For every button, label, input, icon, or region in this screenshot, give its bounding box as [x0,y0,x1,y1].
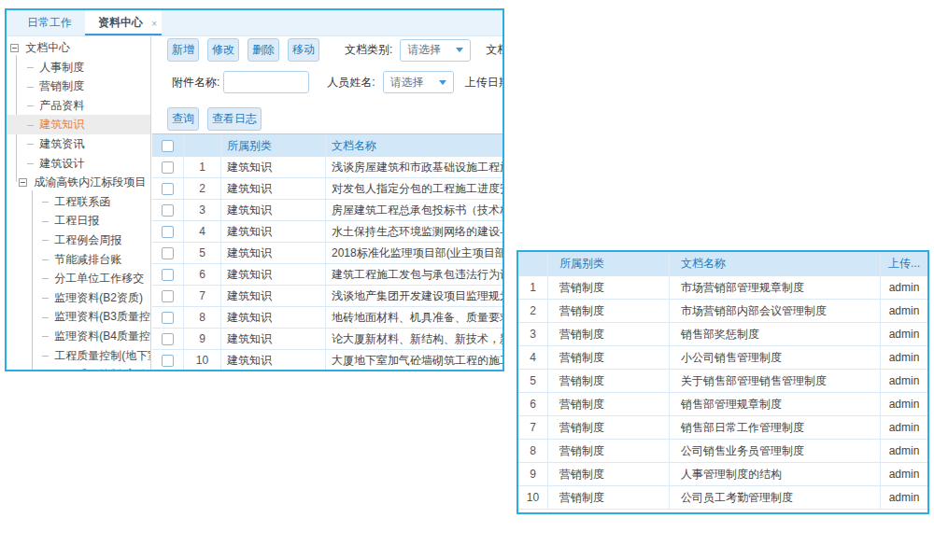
table-row[interactable]: 6 建筑知识 建筑工程施工发包与承包违法行为认定... [152,264,502,286]
table-row[interactable]: 9 营销制度 人事管理制度的结构 admin [518,463,927,486]
person-name-select[interactable]: 请选择 [383,71,454,93]
row-index: 5 [518,370,548,392]
table-row[interactable]: 4 营销制度 小公司销售管理制度 admin [518,346,927,370]
tree-item[interactable]: 工程质量控制(地下室) [7,346,150,366]
row-docname: 房屋建筑工程总承包投标书（技术标）... [326,200,502,220]
table-row[interactable]: 9 建筑知识 论大厦新材料、新结构、新技术，新工... [152,329,502,350]
table-row[interactable]: 5 营销制度 关于销售部管理销售管理制度 admin [518,370,927,393]
row-category: 建筑知识 [221,243,326,263]
tree-item[interactable]: 建筑知识 [7,115,150,134]
tree-item-label: 工程联系函 [54,195,110,208]
table-row[interactable]: 10 建筑知识 大厦地下室加气砼墙砌筑工程的施工方... [152,350,502,370]
table-row[interactable]: 1 营销制度 市场营销部管理规章制度 admin [518,276,927,300]
table-row[interactable]: 10 营销制度 公司员工考勤管理制度 admin [518,486,927,510]
index-column-header [184,134,221,157]
row-docname: 公司销售业务员管理制度 [670,440,881,462]
row-checkbox[interactable] [162,290,174,302]
close-icon[interactable]: × [151,12,157,36]
row-index: 6 [518,393,548,415]
row-uploader: admin [881,370,927,392]
table-row[interactable]: 6 营销制度 销售部管理规章制度 admin [518,393,927,416]
tree-branch-tick [42,240,49,241]
tree-item[interactable]: 产品资料 [7,96,150,116]
tree-item[interactable]: 文档中心 [7,38,150,58]
table-row[interactable]: 5 建筑知识 2018标准化监理项目部(业主项目部)人员... [152,243,502,264]
tree-item[interactable]: 营销制度 [7,77,150,96]
tree-item[interactable]: 人事制度 [7,58,150,77]
table-row[interactable]: 7 建筑知识 浅谈地产集团开发建设项目监理规划编... [152,286,502,307]
row-index: 10 [518,486,548,509]
attachment-name-label: 附件名称: [172,75,219,91]
tree-item[interactable]: 成渝高铁内江标段项目 [7,173,150,192]
row-category: 建筑知识 [221,157,326,177]
table-row[interactable]: 8 营销制度 公司销售业务员管理制度 admin [518,440,927,463]
tree-branch-tick [42,336,49,337]
tab-data-center[interactable]: 资料中心 × [85,10,162,35]
table-row[interactable]: 7 营销制度 销售部日常工作管理制度 admin [518,416,927,440]
tree-item-label: 工程日报 [54,214,99,227]
tree-item[interactable]: 监理资料(B4质量控制) [7,327,150,346]
row-checkbox[interactable] [162,312,174,324]
row-checkbox[interactable] [162,355,174,367]
doc-name-label: 文档名称: [486,42,502,58]
row-index: 7 [184,286,221,306]
tree-item-label: 节能减排台账 [54,253,121,266]
row-category: 建筑知识 [221,178,326,199]
attachment-name-input[interactable] [223,71,309,93]
toolbar-row-2: 附件名称: 人员姓名: 请选择 上传日期: [167,71,502,93]
tree-item[interactable]: 建筑设计 [7,154,150,174]
collapse-icon[interactable] [10,44,19,52]
tree-item[interactable]: 工程例会周报 [7,231,150,250]
row-checkbox[interactable] [162,269,174,281]
row-category: 营销制度 [548,440,670,462]
view-log-button[interactable]: 查看日志 [207,107,262,131]
row-index: 1 [184,157,221,177]
table-row[interactable]: 1 建筑知识 浅谈房屋建筑和市政基础设施工程施工... [152,157,502,178]
row-category: 营销制度 [548,346,670,369]
delete-button[interactable]: 删除 [248,38,279,62]
tree-item[interactable]: 建筑资讯 [7,134,150,154]
tree-item[interactable]: 分工单位工作移交 [7,269,150,288]
doc-category-select[interactable]: 请选择 [400,39,471,62]
tree-item-label: 监理资料(B2资质) [54,291,143,304]
row-uploader: admin [881,440,927,462]
row-checkbox[interactable] [162,333,174,345]
edit-button[interactable]: 修改 [207,38,239,62]
query-button[interactable]: 查询 [167,107,199,131]
tree-item[interactable]: 工程质量控制(主体) [7,365,150,370]
uploader-column-header: 上传... [881,252,927,276]
tree-item[interactable]: 监理资料(B3质量控制) [7,307,150,327]
add-button[interactable]: 新增 [167,38,199,62]
row-uploader: admin [881,486,927,509]
table-row[interactable]: 8 建筑知识 地砖地面材料、机具准备、质量要求及... [152,307,502,329]
table-row[interactable]: 3 建筑知识 房屋建筑工程总承包投标书（技术标）... [152,200,502,221]
row-checkbox[interactable] [162,247,174,259]
row-category: 营销制度 [548,323,670,345]
collapse-icon[interactable] [19,178,27,187]
select-all-checkbox[interactable] [162,140,174,152]
row-docname: 人事管理制度的结构 [670,463,881,485]
row-checkbox[interactable] [162,183,174,195]
tree-item[interactable]: 工程日报 [7,211,150,231]
move-button[interactable]: 移动 [288,38,319,62]
tree-item-label: 文档中心 [25,41,70,54]
tree-item[interactable]: 节能减排台账 [7,250,150,270]
tree-item[interactable]: 监理资料(B2资质) [7,288,150,308]
row-category: 营销制度 [548,486,670,509]
tree-item-label: 监理资料(B3质量控制) [54,310,151,323]
row-checkbox[interactable] [162,161,174,174]
row-uploader: admin [881,393,927,415]
table-row[interactable]: 2 建筑知识 对发包人指定分包的工程施工进度安排... [152,178,502,200]
row-checkbox[interactable] [162,226,174,238]
tree-branch-tick [27,163,34,164]
tab-daily-work[interactable]: 日常工作 [14,10,85,35]
row-docname: 公司员工考勤管理制度 [670,486,881,509]
table-row[interactable]: 3 营销制度 销售部奖惩制度 admin [518,323,927,346]
row-index: 9 [518,463,548,485]
table-row[interactable]: 2 营销制度 市场营销部内部会议管理制度 admin [518,300,927,323]
row-checkbox[interactable] [162,204,174,217]
row-index: 1 [518,276,548,299]
table-row[interactable]: 4 建筑知识 水土保持生态环境监测网络的建设与资... [152,221,502,243]
tree-item[interactable]: 工程联系函 [7,192,150,212]
row-category: 建筑知识 [221,307,326,328]
